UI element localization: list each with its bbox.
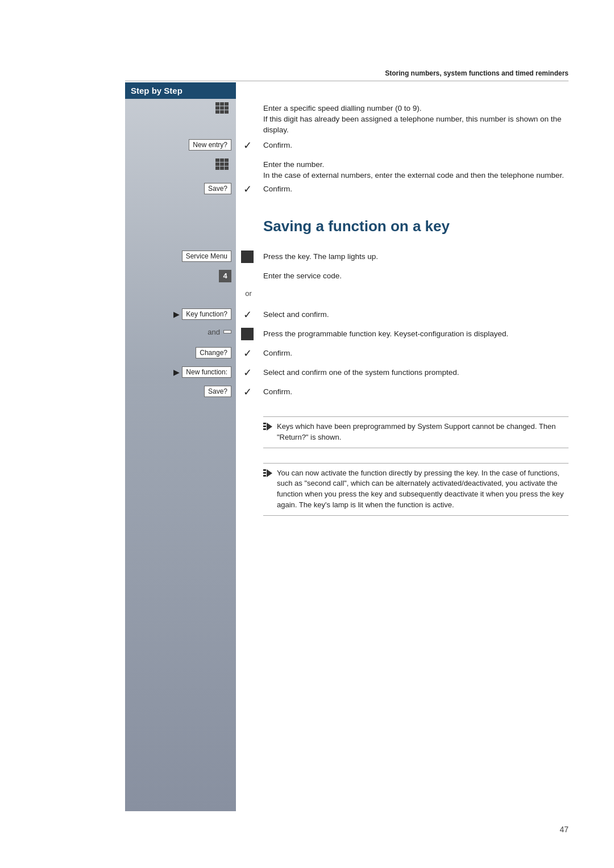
new-function-prompt: New function: <box>182 366 231 378</box>
row-or: or <box>125 289 569 306</box>
step-by-step-title: Step by Step <box>131 86 182 95</box>
black-square-icon-2 <box>241 328 254 340</box>
checkmark-icon-3: ✓ <box>243 308 252 321</box>
middle-col-or: or <box>236 289 259 298</box>
left-col-new-entry: New entry? <box>125 139 236 151</box>
right-text-change: Confirm. <box>259 347 569 359</box>
note-icon-2 <box>263 468 272 477</box>
middle-black-square-2 <box>236 328 259 340</box>
section-title-area: Saving a function on a key <box>259 210 569 244</box>
middle-checkmark-3: ✓ <box>236 308 259 321</box>
left-col-key-function: ▶ Key function? <box>125 308 236 320</box>
bar-arrow-icon-2 <box>263 469 272 477</box>
row-note1: Keys which have been preprogrammed by Sy… <box>125 410 569 454</box>
and-box <box>223 330 231 333</box>
row-service-menu: Service Menu Press the key. The lamp lig… <box>125 251 569 268</box>
left-col-kb2 <box>125 158 236 171</box>
service-menu-prompt: Service Menu <box>182 251 231 262</box>
left-col-change: Change? <box>125 347 236 358</box>
change-prompt: Change? <box>196 347 231 358</box>
keyboard-icon-1 <box>215 102 231 115</box>
row-new-function: ▶ New function: ✓ Select and confirm one… <box>125 366 569 383</box>
row-change: Change? ✓ Confirm. <box>125 347 569 364</box>
right-text-num4: Enter the service code. <box>259 270 569 282</box>
arrow-bullet-1: ▶ <box>173 310 180 319</box>
row-num4: 4 Enter the service code. <box>125 270 569 287</box>
checkmark-icon-2: ✓ <box>243 183 252 195</box>
page-header-title: Storing numbers, system functions and ti… <box>385 69 569 77</box>
left-col-and: and <box>125 328 236 336</box>
right-text-new-function: Select and confirm one of the system fun… <box>259 366 569 378</box>
new-entry-prompt: New entry? <box>189 139 231 151</box>
checkmark-icon-6: ✓ <box>243 386 252 398</box>
note-box-2: You can now activate the function direct… <box>263 463 569 516</box>
middle-checkmark-6: ✓ <box>236 386 259 398</box>
page-header: Storing numbers, system functions and ti… <box>125 68 569 81</box>
right-text-service-menu: Press the key. The lamp lights up. <box>259 251 569 262</box>
right-text-and: Press the programmable function key. Key… <box>259 328 569 340</box>
row-save1: Save? ✓ Confirm. <box>125 183 569 200</box>
row-new-entry: New entry? ✓ Confirm. <box>125 139 569 156</box>
save-prompt-2: Save? <box>204 386 231 397</box>
row-note2: You can now activate the function direct… <box>125 456 569 521</box>
row-and: and Press the programmable function key.… <box>125 328 569 345</box>
step-by-step-header: Step by Step <box>125 82 236 99</box>
key-function-arrow-group: ▶ Key function? <box>125 308 231 320</box>
right-text-save1: Confirm. <box>259 183 569 195</box>
arrow-bullet-2: ▶ <box>173 368 180 377</box>
middle-checkmark-5: ✓ <box>236 366 259 379</box>
right-note2-area: You can now activate the function direct… <box>259 456 569 521</box>
left-col-kb1 <box>125 102 236 115</box>
or-label: or <box>243 289 252 298</box>
row-enter-number: Enter the number.In the case of external… <box>125 158 569 181</box>
left-col-service-menu: Service Menu <box>125 251 236 262</box>
middle-checkmark-1: ✓ <box>236 139 259 152</box>
note-icon-1 <box>263 422 272 431</box>
keyboard-icon-2 <box>215 158 231 171</box>
checkmark-icon-5: ✓ <box>243 366 252 379</box>
save-prompt-1: Save? <box>204 183 231 194</box>
middle-black-square-1 <box>236 251 259 263</box>
section-title: Saving a function on a key <box>263 216 569 236</box>
note-text-2: You can now activate the function direct… <box>277 468 569 511</box>
row-key-function: ▶ Key function? ✓ Select and confirm. <box>125 308 569 326</box>
new-function-arrow-group: ▶ New function: <box>125 366 231 378</box>
and-label: and <box>208 328 220 336</box>
right-text-save2: Confirm. <box>259 386 569 398</box>
section-title-row: Saving a function on a key <box>125 210 569 244</box>
right-note1-area: Keys which have been preprogrammed by Sy… <box>259 410 569 454</box>
left-col-new-function: ▶ New function: <box>125 366 236 378</box>
left-col-num4: 4 <box>125 270 236 282</box>
key-function-prompt: Key function? <box>182 308 231 320</box>
middle-checkmark-2: ✓ <box>236 183 259 195</box>
page-number: 47 <box>559 825 569 834</box>
right-text-speed-dial: Enter a specific speed dialling number (… <box>259 102 569 136</box>
middle-checkmark-4: ✓ <box>236 347 259 360</box>
right-col-or <box>259 289 569 290</box>
num4-icon: 4 <box>219 270 231 282</box>
note-text-1: Keys which have been preprogrammed by Sy… <box>277 422 569 443</box>
checkmark-icon-4: ✓ <box>243 347 252 360</box>
note-box-1: Keys which have been preprogrammed by Sy… <box>263 416 569 448</box>
page: Storing numbers, system functions and ti… <box>0 0 614 868</box>
instruction-rows: Enter a specific speed dialling number (… <box>125 97 569 524</box>
left-col-save1: Save? <box>125 183 236 194</box>
right-text-key-function: Select and confirm. <box>259 308 569 320</box>
black-square-icon-1 <box>241 251 254 263</box>
right-text-new-entry: Confirm. <box>259 139 569 151</box>
left-col-save2: Save? <box>125 386 236 397</box>
row-save2: Save? ✓ Confirm. <box>125 386 569 403</box>
checkmark-icon-1: ✓ <box>243 139 252 152</box>
bar-arrow-icon-1 <box>263 423 272 431</box>
right-text-enter-number: Enter the number.In the case of external… <box>259 158 569 181</box>
row-speed-dial: Enter a specific speed dialling number (… <box>125 102 569 136</box>
